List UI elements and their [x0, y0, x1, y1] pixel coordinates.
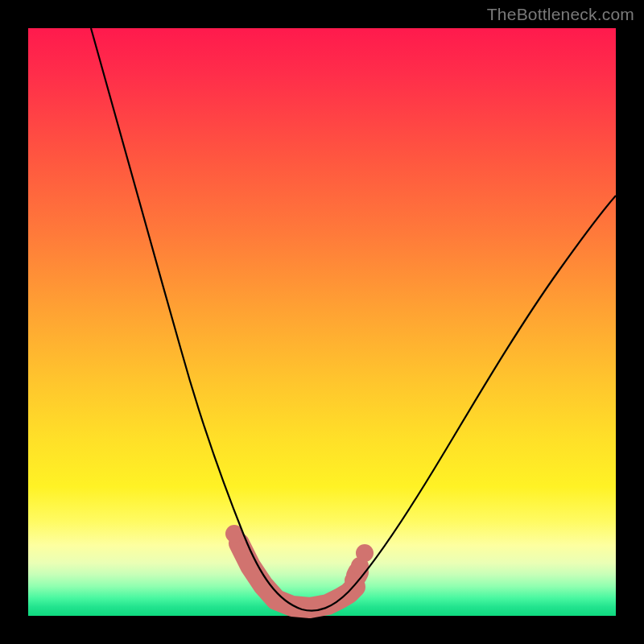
- curve-svg: [28, 28, 616, 616]
- plot-area: [28, 28, 616, 616]
- chart-frame: TheBottleneck.com: [0, 0, 644, 644]
- bottleneck-curve: [91, 28, 616, 611]
- watermark-text: TheBottleneck.com: [487, 5, 634, 24]
- marker-dot: [356, 544, 374, 562]
